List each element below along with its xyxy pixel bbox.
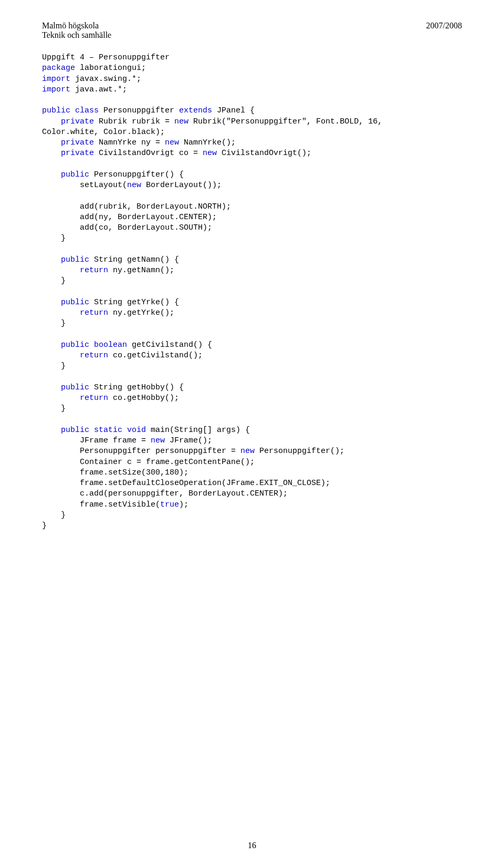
code-text: JFrame frame = [42,436,151,445]
keyword-return: return [42,308,108,317]
code-text: Rubrik rubrik = [94,117,174,126]
code-text: Color.white, Color.black); [42,128,165,137]
code-text: NamnYrke(); [179,138,236,147]
code-text: CivilstandOvrigt co = [94,149,203,158]
keyword-import: import [42,75,70,84]
code-text: frame.setDefaultCloseOperation(JFrame.EX… [42,479,330,488]
keyword-return: return [42,266,108,275]
keyword-private: private [42,117,94,126]
keyword-package: package [42,64,75,73]
header-left: Malmö högskola Teknik och samhälle [42,21,111,40]
page-header: Malmö högskola Teknik och samhälle 2007/… [42,21,462,40]
code-text: } [42,276,66,285]
code-text: } [42,362,66,370]
keyword-import: import [42,85,70,94]
header-right: 2007/2008 [426,21,462,40]
code-text: frame.setVisible( [42,500,160,509]
code-text: co.getHobby(); [108,394,179,403]
keyword-new: new [174,117,188,126]
page-footer: 16 [0,841,504,850]
code-title: Uppgift 4 – Personuppgifter [42,53,170,62]
keyword-new: new [127,181,141,190]
department-name: Teknik och samhälle [42,30,111,40]
keyword-public: public [42,383,89,392]
keyword-private: private [42,149,94,158]
code-text: String getNamn() { [89,255,179,264]
keyword-private: private [42,138,94,147]
keyword-return: return [42,394,108,403]
keyword-public-boolean: public boolean [42,341,127,349]
code-text: main(String[] args) { [146,426,250,435]
keyword-public: public [42,170,89,179]
code-text: NamnYrke ny = [94,138,165,147]
keyword-new: new [151,436,165,445]
code-listing: Uppgift 4 – Personuppgifter package labo… [42,53,462,531]
academic-year: 2007/2008 [426,21,462,30]
code-text: add(co, BorderLayout.SOUTH); [42,223,212,232]
code-text: Personuppgifter() { [89,170,184,179]
keyword-new: new [203,149,217,158]
code-text: String getYrke() { [89,298,179,307]
code-text: } [42,521,47,530]
code-text: javax.swing.*; [70,75,141,84]
keyword-new: new [240,447,255,456]
code-text: java.awt.*; [70,85,127,94]
code-text: CivilstandOvrigt(); [217,149,311,158]
code-text: } [42,404,66,413]
code-text: Container c = frame.getContentPane(); [42,458,255,467]
keyword-public-class: public class [42,106,99,115]
keyword-public: public [42,298,89,307]
code-text: ny.getYrke(); [108,308,174,317]
code-text: } [42,319,66,328]
keyword-public-static-void: public static void [42,426,146,435]
document-page: Malmö högskola Teknik och samhälle 2007/… [0,0,504,866]
code-text: laborationgui; [75,64,146,73]
keyword-public: public [42,255,89,264]
code-text: c.add(personuppgifter, BorderLayout.CENT… [42,489,288,498]
keyword-new: new [165,138,179,147]
code-text: Rubrik("Personuppgifter", Font.BOLD, 16, [188,117,382,126]
page-number: 16 [248,841,256,850]
code-text: JPanel { [212,106,255,115]
code-text: JFrame(); [165,436,212,445]
code-text: setLayout( [42,181,127,190]
keyword-extends: extends [179,106,212,115]
school-name: Malmö högskola [42,21,111,30]
code-text: Personuppgifter personuppgifter = [42,447,240,456]
code-text: ny.getNamn(); [108,266,174,275]
code-text: } [42,234,66,243]
keyword-return: return [42,351,108,360]
code-text: } [42,511,66,520]
code-text: frame.setSize(300,180); [42,468,188,477]
code-text: add(rubrik, BorderLayout.NORTH); [42,202,231,211]
code-text: BorderLayout()); [141,181,222,190]
code-text: Personuppgifter(); [255,447,344,456]
code-text: getCivilstand() { [127,341,212,349]
keyword-true: true [160,500,179,509]
code-text: ); [179,500,188,509]
code-text: co.getCivilstand(); [108,351,203,360]
code-text: String getHobby() { [89,383,184,392]
code-text: Personuppgifter [99,106,179,115]
code-text: add(ny, BorderLayout.CENTER); [42,213,217,222]
